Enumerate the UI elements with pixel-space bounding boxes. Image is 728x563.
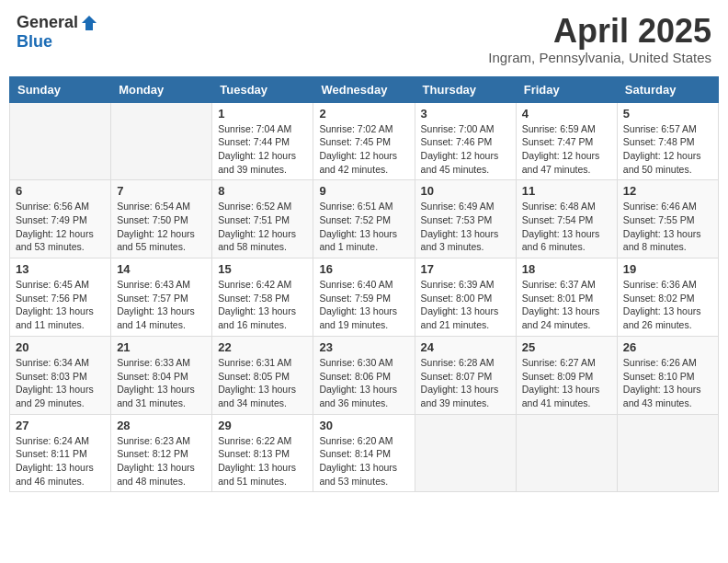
week-row-4: 20Sunrise: 6:34 AM Sunset: 8:03 PM Dayli… — [10, 336, 719, 414]
calendar-cell — [516, 414, 617, 492]
calendar-cell: 29Sunrise: 6:22 AM Sunset: 8:13 PM Dayli… — [212, 414, 313, 492]
calendar-cell: 9Sunrise: 6:51 AM Sunset: 7:52 PM Daylig… — [313, 180, 415, 259]
calendar-cell: 10Sunrise: 6:49 AM Sunset: 7:53 PM Dayli… — [415, 180, 516, 259]
logo-icon — [80, 14, 98, 32]
calendar-cell: 21Sunrise: 6:33 AM Sunset: 8:04 PM Dayli… — [111, 336, 212, 414]
day-number: 30 — [319, 419, 408, 432]
day-number: 22 — [218, 340, 307, 354]
day-number: 24 — [421, 340, 510, 354]
column-header-tuesday: Tuesday — [212, 76, 313, 102]
calendar-cell: 13Sunrise: 6:45 AM Sunset: 7:56 PM Dayli… — [10, 259, 111, 337]
day-number: 7 — [117, 184, 206, 198]
calendar: SundayMondayTuesdayWednesdayThursdayFrid… — [9, 76, 719, 493]
week-row-3: 13Sunrise: 6:45 AM Sunset: 7:56 PM Dayli… — [10, 259, 719, 337]
column-header-wednesday: Wednesday — [313, 76, 415, 102]
day-info: Sunrise: 6:20 AM Sunset: 8:14 PM Dayligh… — [319, 434, 408, 488]
day-info: Sunrise: 6:27 AM Sunset: 8:09 PM Dayligh… — [522, 356, 611, 410]
title-area: April 2025 Ingram, Pennsylvania, United … — [488, 13, 711, 65]
column-header-saturday: Saturday — [617, 76, 718, 102]
day-info: Sunrise: 6:42 AM Sunset: 7:58 PM Dayligh… — [218, 278, 307, 332]
day-number: 16 — [319, 262, 408, 276]
calendar-cell: 5Sunrise: 6:57 AM Sunset: 7:48 PM Daylig… — [617, 102, 718, 180]
day-number: 19 — [623, 262, 712, 276]
logo: General Blue — [17, 13, 98, 52]
day-number: 6 — [16, 184, 105, 198]
day-info: Sunrise: 6:40 AM Sunset: 7:59 PM Dayligh… — [319, 278, 408, 332]
day-info: Sunrise: 6:54 AM Sunset: 7:50 PM Dayligh… — [117, 200, 206, 254]
day-info: Sunrise: 6:52 AM Sunset: 7:51 PM Dayligh… — [218, 200, 307, 254]
calendar-cell — [10, 102, 111, 180]
day-info: Sunrise: 6:33 AM Sunset: 8:04 PM Dayligh… — [117, 356, 206, 410]
calendar-cell: 27Sunrise: 6:24 AM Sunset: 8:11 PM Dayli… — [10, 414, 111, 492]
day-info: Sunrise: 6:34 AM Sunset: 8:03 PM Dayligh… — [16, 356, 105, 410]
calendar-cell: 14Sunrise: 6:43 AM Sunset: 7:57 PM Dayli… — [111, 259, 212, 337]
day-number: 14 — [117, 262, 206, 276]
day-number: 9 — [319, 184, 408, 198]
day-info: Sunrise: 6:46 AM Sunset: 7:55 PM Dayligh… — [623, 200, 712, 254]
calendar-cell: 12Sunrise: 6:46 AM Sunset: 7:55 PM Dayli… — [617, 180, 718, 259]
location-title: Ingram, Pennsylvania, United States — [488, 50, 711, 65]
calendar-cell: 6Sunrise: 6:56 AM Sunset: 7:49 PM Daylig… — [10, 180, 111, 259]
column-header-sunday: Sunday — [10, 76, 111, 102]
calendar-cell: 15Sunrise: 6:42 AM Sunset: 7:58 PM Dayli… — [212, 259, 313, 337]
day-info: Sunrise: 6:37 AM Sunset: 8:01 PM Dayligh… — [522, 278, 611, 332]
day-info: Sunrise: 6:22 AM Sunset: 8:13 PM Dayligh… — [218, 434, 307, 488]
day-info: Sunrise: 6:28 AM Sunset: 8:07 PM Dayligh… — [421, 356, 510, 410]
calendar-cell: 4Sunrise: 6:59 AM Sunset: 7:47 PM Daylig… — [516, 102, 617, 180]
day-info: Sunrise: 6:56 AM Sunset: 7:49 PM Dayligh… — [16, 200, 105, 254]
calendar-cell — [415, 414, 516, 492]
day-info: Sunrise: 6:59 AM Sunset: 7:47 PM Dayligh… — [522, 122, 611, 177]
day-info: Sunrise: 7:04 AM Sunset: 7:44 PM Dayligh… — [218, 122, 307, 177]
calendar-cell: 20Sunrise: 6:34 AM Sunset: 8:03 PM Dayli… — [10, 336, 111, 414]
day-info: Sunrise: 6:48 AM Sunset: 7:54 PM Dayligh… — [522, 200, 611, 254]
day-info: Sunrise: 6:45 AM Sunset: 7:56 PM Dayligh… — [16, 278, 105, 332]
day-info: Sunrise: 6:57 AM Sunset: 7:48 PM Dayligh… — [623, 122, 712, 177]
day-info: Sunrise: 6:24 AM Sunset: 8:11 PM Dayligh… — [16, 434, 105, 488]
day-info: Sunrise: 6:26 AM Sunset: 8:10 PM Dayligh… — [623, 356, 712, 410]
calendar-cell: 28Sunrise: 6:23 AM Sunset: 8:12 PM Dayli… — [111, 414, 212, 492]
day-info: Sunrise: 6:31 AM Sunset: 8:05 PM Dayligh… — [218, 356, 307, 410]
day-number: 18 — [522, 262, 611, 276]
day-number: 20 — [16, 340, 105, 354]
day-number: 28 — [117, 419, 206, 432]
day-number: 15 — [218, 262, 307, 276]
day-number: 21 — [117, 340, 206, 354]
column-header-friday: Friday — [516, 76, 617, 102]
calendar-cell: 24Sunrise: 6:28 AM Sunset: 8:07 PM Dayli… — [415, 336, 516, 414]
day-info: Sunrise: 6:51 AM Sunset: 7:52 PM Dayligh… — [319, 200, 408, 254]
calendar-cell: 22Sunrise: 6:31 AM Sunset: 8:05 PM Dayli… — [212, 336, 313, 414]
day-number: 26 — [623, 340, 712, 354]
day-number: 1 — [218, 107, 307, 121]
day-number: 23 — [319, 340, 408, 354]
logo-blue-text: Blue — [17, 32, 52, 52]
day-info: Sunrise: 6:43 AM Sunset: 7:57 PM Dayligh… — [117, 278, 206, 332]
day-info: Sunrise: 6:36 AM Sunset: 8:02 PM Dayligh… — [623, 278, 712, 332]
column-header-monday: Monday — [111, 76, 212, 102]
calendar-cell: 23Sunrise: 6:30 AM Sunset: 8:06 PM Dayli… — [313, 336, 415, 414]
day-info: Sunrise: 6:23 AM Sunset: 8:12 PM Dayligh… — [117, 434, 206, 488]
calendar-cell: 18Sunrise: 6:37 AM Sunset: 8:01 PM Dayli… — [516, 259, 617, 337]
column-header-thursday: Thursday — [415, 76, 516, 102]
calendar-cell: 26Sunrise: 6:26 AM Sunset: 8:10 PM Dayli… — [617, 336, 718, 414]
day-number: 12 — [623, 184, 712, 198]
week-row-1: 1Sunrise: 7:04 AM Sunset: 7:44 PM Daylig… — [10, 102, 719, 180]
month-title: April 2025 — [488, 13, 711, 50]
day-number: 27 — [16, 419, 105, 432]
calendar-cell: 3Sunrise: 7:00 AM Sunset: 7:46 PM Daylig… — [415, 102, 516, 180]
day-number: 17 — [421, 262, 510, 276]
day-number: 11 — [522, 184, 611, 198]
day-number: 29 — [218, 419, 307, 432]
calendar-cell — [617, 414, 718, 492]
day-number: 2 — [319, 107, 408, 121]
day-number: 3 — [421, 107, 510, 121]
calendar-cell: 16Sunrise: 6:40 AM Sunset: 7:59 PM Dayli… — [313, 259, 415, 337]
header: General Blue April 2025 Ingram, Pennsylv… — [9, 9, 719, 69]
day-number: 5 — [623, 107, 712, 121]
day-number: 25 — [522, 340, 611, 354]
calendar-cell: 1Sunrise: 7:04 AM Sunset: 7:44 PM Daylig… — [212, 102, 313, 180]
calendar-cell: 19Sunrise: 6:36 AM Sunset: 8:02 PM Dayli… — [617, 259, 718, 337]
calendar-cell: 11Sunrise: 6:48 AM Sunset: 7:54 PM Dayli… — [516, 180, 617, 259]
day-info: Sunrise: 6:30 AM Sunset: 8:06 PM Dayligh… — [319, 356, 408, 410]
day-info: Sunrise: 6:49 AM Sunset: 7:53 PM Dayligh… — [421, 200, 510, 254]
calendar-cell: 17Sunrise: 6:39 AM Sunset: 8:00 PM Dayli… — [415, 259, 516, 337]
